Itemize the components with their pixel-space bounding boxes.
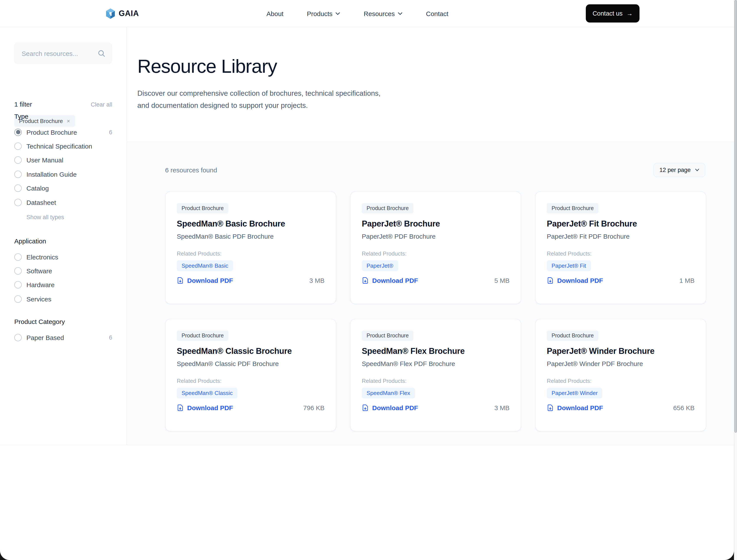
resource-title: SpeedMan® Flex Brochure xyxy=(362,346,510,356)
contact-us-button[interactable]: Contact us → xyxy=(586,4,640,23)
related-product-chip[interactable]: SpeedMan® Basic xyxy=(177,260,233,271)
filter-section-application: Application Electronics Software Hardwar… xyxy=(14,237,112,306)
related-product-chip[interactable]: SpeedMan® Flex xyxy=(362,388,415,398)
download-pdf-label: Download PDF xyxy=(372,404,418,411)
option-count: 6 xyxy=(109,129,112,135)
scrollbar-track[interactable] xyxy=(734,0,737,560)
radio-option-product-brochure[interactable]: Product Brochure 6 xyxy=(14,125,112,139)
gaia-logo-icon xyxy=(106,8,115,19)
radio xyxy=(14,334,22,341)
type-badge: Product Brochure xyxy=(177,330,228,341)
download-pdf-label: Download PDF xyxy=(557,277,603,284)
contact-us-label: Contact us xyxy=(593,10,623,17)
resource-grid: Product Brochure SpeedMan® Basic Brochur… xyxy=(165,191,706,431)
radio-option-hardware[interactable]: Hardware xyxy=(14,278,112,292)
related-products-label: Related Products: xyxy=(362,250,510,257)
file-download-icon xyxy=(362,404,369,411)
radio-label: Paper Based xyxy=(26,334,64,341)
radio-label: Datasheet xyxy=(26,199,56,206)
radio-label: Hardware xyxy=(26,281,55,289)
nav-item-contact[interactable]: Contact xyxy=(426,10,448,17)
resource-card: Product Brochure SpeedMan® Flex Brochure… xyxy=(350,319,521,431)
radio xyxy=(14,185,22,192)
radio-option-technical-specification[interactable]: Technical Specification xyxy=(14,139,112,153)
radio xyxy=(14,281,22,289)
related-product-chip[interactable]: PaperJet® Fit xyxy=(547,260,591,271)
show-all-types-link[interactable]: Show all types xyxy=(26,214,112,221)
related-product-chip[interactable]: PaperJet® xyxy=(362,260,398,271)
card-footer: Download PDF 5 MB xyxy=(362,277,510,284)
card-footer: Download PDF 3 MB xyxy=(362,404,510,411)
radio-option-software[interactable]: Software xyxy=(14,264,112,278)
download-pdf-link[interactable]: Download PDF xyxy=(177,277,233,284)
filter-section-type: Type Product Brochure 6 Technical Specif… xyxy=(14,113,112,221)
option-count: 6 xyxy=(109,334,112,341)
radio-label: Technical Specification xyxy=(26,142,92,150)
radio-option-paper-based[interactable]: Paper Based 6 xyxy=(14,330,112,345)
results-header: 6 resources found 12 per page xyxy=(165,162,705,177)
page-description: Discover our comprehensive collection of… xyxy=(137,87,392,111)
type-badge: Product Brochure xyxy=(362,203,414,214)
radio-label: Software xyxy=(26,267,52,275)
per-page-value: 12 per page xyxy=(659,167,691,173)
results-section: 6 resources found 12 per page Product Br… xyxy=(126,142,734,445)
nav-item-about[interactable]: About xyxy=(266,10,283,17)
chevron-down-icon xyxy=(695,168,699,171)
clear-all-link[interactable]: Clear all xyxy=(91,101,112,108)
nav-item-resources[interactable]: Resources xyxy=(364,10,403,17)
file-size: 3 MB xyxy=(309,277,324,284)
resource-subtitle: SpeedMan® Flex PDF Brochure xyxy=(362,360,510,367)
filter-count: 1 filter xyxy=(14,100,32,108)
radio-option-datasheet[interactable]: Datasheet xyxy=(14,195,112,209)
related-products-label: Related Products: xyxy=(177,250,324,257)
radio xyxy=(14,199,22,206)
radio-option-services[interactable]: Services xyxy=(14,292,112,306)
filters-sidebar: 1 filter Clear all Product Brochure × Ty… xyxy=(0,27,127,445)
resource-title: SpeedMan® Basic Brochure xyxy=(177,219,324,229)
chevron-down-icon xyxy=(398,12,403,15)
resource-card: Product Brochure SpeedMan® Basic Brochur… xyxy=(165,191,336,304)
download-pdf-link[interactable]: Download PDF xyxy=(547,404,603,411)
per-page-select[interactable]: 12 per page xyxy=(653,163,705,177)
radio-option-catalog[interactable]: Catalog xyxy=(14,181,112,195)
file-download-icon xyxy=(547,404,554,411)
radio xyxy=(14,267,22,275)
nav-item-products[interactable]: Products xyxy=(307,10,340,17)
page-title: Resource Library xyxy=(137,55,277,77)
application-options: Electronics Software Hardware Services xyxy=(14,250,112,306)
card-footer: Download PDF 3 MB xyxy=(177,277,324,284)
resource-subtitle: PaperJet® Winder PDF Brochure xyxy=(547,360,695,367)
scrollbar-thumb[interactable] xyxy=(734,0,737,433)
download-pdf-label: Download PDF xyxy=(187,404,233,411)
radio-option-user-manual[interactable]: User Manual xyxy=(14,153,112,167)
download-pdf-link[interactable]: Download PDF xyxy=(547,277,603,284)
resource-subtitle: PaperJet® PDF Brochure xyxy=(362,233,510,240)
resource-card: Product Brochure PaperJet® Winder Brochu… xyxy=(535,319,706,431)
download-pdf-link[interactable]: Download PDF xyxy=(177,404,233,411)
related-product-chip[interactable]: PaperJet® Winder xyxy=(547,388,603,398)
type-badge: Product Brochure xyxy=(547,203,599,214)
type-badge: Product Brochure xyxy=(547,330,599,341)
resource-title: SpeedMan® Classic Brochure xyxy=(177,346,324,356)
nav-label: Resources xyxy=(364,10,395,17)
chevron-down-icon xyxy=(335,12,340,15)
search-box xyxy=(14,42,112,64)
related-products-label: Related Products: xyxy=(362,378,510,384)
radio-option-electronics[interactable]: Electronics xyxy=(14,250,112,264)
related-product-chip[interactable]: SpeedMan® Classic xyxy=(177,388,237,398)
download-pdf-label: Download PDF xyxy=(187,277,233,284)
page-sheet: GAIA About Products Resources xyxy=(0,0,734,560)
type-badge: Product Brochure xyxy=(362,330,414,341)
radio-option-installation-guide[interactable]: Installation Guide xyxy=(14,167,112,181)
radio xyxy=(14,171,22,178)
card-footer: Download PDF 1 MB xyxy=(547,277,695,284)
main-nav: About Products Resources Contact xyxy=(266,0,449,27)
download-pdf-link[interactable]: Download PDF xyxy=(362,277,418,284)
brand-logo[interactable]: GAIA xyxy=(106,0,139,27)
file-download-icon xyxy=(177,277,184,284)
download-pdf-link[interactable]: Download PDF xyxy=(362,404,418,411)
search-input[interactable] xyxy=(21,49,98,57)
radio xyxy=(14,157,22,164)
radio-label: User Manual xyxy=(26,157,63,164)
card-footer: Download PDF 656 KB xyxy=(547,404,695,411)
